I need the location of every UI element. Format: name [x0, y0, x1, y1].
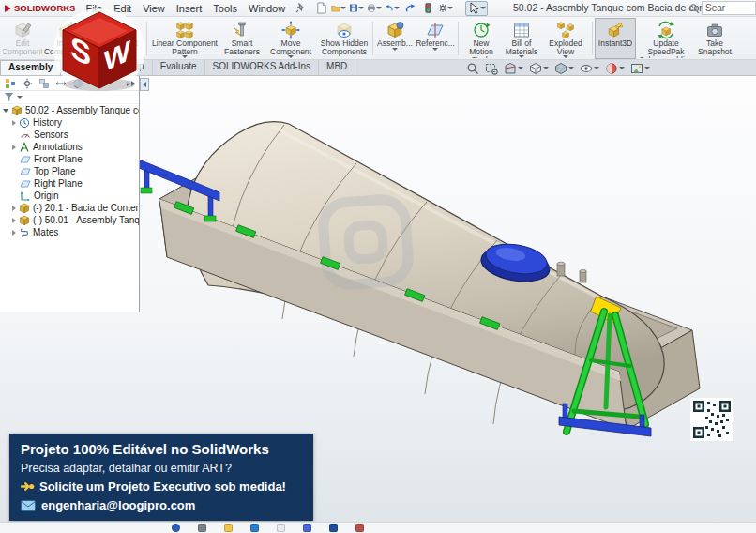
pointer-hand-icon	[21, 480, 35, 493]
menu-edit[interactable]: Edit	[108, 0, 137, 17]
ribbon-button-label: Assemb...	[377, 39, 413, 48]
menu-window[interactable]: Window	[243, 0, 291, 17]
undo-icon[interactable]	[385, 1, 400, 15]
taskbar-icon[interactable]	[329, 524, 338, 532]
panel-collapse-button[interactable]	[140, 78, 149, 91]
ribbon-instant3d-button[interactable]: Instant3D	[595, 18, 636, 59]
ribbon-bill-of-materials-button[interactable]: Bill of Materials	[502, 18, 541, 59]
tree-item-sensors[interactable]: Sensors	[0, 129, 139, 141]
propertymanager-tab-icon[interactable]	[21, 77, 33, 89]
pin-icon[interactable]	[295, 3, 306, 14]
taskbar-icon[interactable]	[224, 524, 233, 532]
taskbar-icon[interactable]	[277, 524, 285, 532]
search-area	[688, 1, 756, 15]
expander-icon[interactable]	[12, 206, 16, 211]
new-motion-study-icon	[471, 21, 491, 39]
expander-icon[interactable]	[3, 109, 8, 113]
dimxpertmanager-tab-icon[interactable]	[54, 77, 67, 89]
print-icon[interactable]	[367, 1, 382, 15]
tree-item-origin[interactable]: Origin	[0, 190, 139, 202]
chevron-down-icon	[519, 55, 524, 58]
manager-tab-strip	[0, 76, 139, 91]
banner-email: engenharia@loogipro.com	[41, 498, 195, 512]
tree-item-history[interactable]: History	[0, 116, 139, 129]
promo-banner: Projeto 100% Editável no SolidWorks Prec…	[9, 434, 313, 521]
select-cursor-tool[interactable]	[465, 1, 488, 16]
ribbon-button-label: Show Hidden Components	[319, 39, 370, 56]
ribbon-new-motion-study-button[interactable]: New Motion Study	[461, 18, 502, 59]
ribbon-insert-components-button[interactable]: Insert Components	[43, 18, 90, 59]
tree-item-bacia-component[interactable]: (-) 20.1 - Bacia de Contenção3<1	[0, 202, 139, 214]
ribbon-reference-geometry-button[interactable]: Referenc...	[415, 18, 456, 59]
tree-item-tanque-subassembly[interactable]: (-) 50.01 - Assembly Tanque Elips	[0, 214, 139, 226]
hide-show-items-icon[interactable]	[580, 62, 599, 75]
tab-assembly[interactable]: Assembly	[0, 60, 61, 75]
tab-markup[interactable]: Markup	[105, 60, 152, 75]
tab-layout[interactable]: Layout	[61, 60, 105, 75]
ribbon-component-preview-window-button[interactable]: Component Preview Window	[90, 18, 144, 59]
tab-mbd[interactable]: MBD	[319, 60, 355, 75]
ribbon-assembly-features-button[interactable]: Assemb...	[375, 18, 415, 59]
ribbon-show-hidden-components-button[interactable]: Show Hidden Components	[318, 18, 370, 59]
display-style-icon[interactable]	[554, 62, 574, 75]
options-gear-icon[interactable]	[438, 1, 453, 15]
apply-scene-icon[interactable]	[630, 62, 650, 75]
expander-icon[interactable]	[12, 218, 16, 223]
chevron-down-icon[interactable]	[17, 96, 23, 99]
qr-code	[690, 398, 733, 441]
expander-icon[interactable]	[12, 120, 16, 126]
zoom-area-icon[interactable]	[485, 62, 498, 75]
search-input[interactable]	[702, 1, 756, 15]
open-folder-icon[interactable]	[331, 1, 346, 15]
configurationmanager-tab-icon[interactable]	[38, 77, 50, 89]
zoom-fit-icon[interactable]	[466, 62, 479, 75]
redo-icon[interactable]	[402, 1, 417, 15]
ribbon-button-label: Component Preview Window	[91, 39, 144, 58]
tree-item-right-plane[interactable]: Right Plane	[0, 177, 139, 190]
taskbar-icon[interactable]	[355, 524, 364, 532]
save-icon[interactable]	[349, 1, 364, 15]
featuremanager-tab-icon[interactable]	[4, 77, 16, 89]
exploded-view-icon	[555, 21, 576, 39]
ribbon-take-snapshot-button[interactable]: Take Snapshot	[696, 18, 733, 59]
expander-icon[interactable]	[12, 230, 16, 236]
chevron-down-icon	[392, 48, 398, 51]
filter-funnel-icon[interactable]	[4, 92, 14, 102]
taskbar-icon[interactable]	[172, 524, 180, 532]
featuremanager-panel: 50.02 - Assembly Tanque com Bacia Histor…	[0, 76, 140, 312]
view-orientation-icon[interactable]	[529, 62, 549, 75]
expander-icon[interactable]	[12, 145, 16, 150]
search-icon	[688, 3, 700, 14]
ribbon-edit-component-button[interactable]: Edit Component	[2, 18, 43, 59]
ribbon-update-speedpak-button[interactable]: Update SpeedPak Subassemblies	[636, 18, 696, 59]
tree-item-front-plane[interactable]: Front Plane	[0, 153, 139, 165]
menu-tools[interactable]: Tools	[207, 0, 243, 17]
solidworks-brand: SOLIDWORKS	[0, 3, 80, 13]
edit-appearance-icon[interactable]	[605, 62, 625, 75]
tree-item-root-assembly[interactable]: 50.02 - Assembly Tanque com Bacia	[0, 104, 139, 116]
ribbon-smart-fasteners-button[interactable]: Smart Fasteners	[220, 18, 264, 59]
taskbar-icon[interactable]	[198, 524, 206, 532]
tab-solidworks-add-ins[interactable]: SOLIDWORKS Add-Ins	[205, 60, 319, 75]
menu-file[interactable]: File	[80, 0, 108, 17]
tree-item-top-plane[interactable]: Top Plane	[0, 165, 139, 177]
menu-view[interactable]: View	[137, 0, 171, 17]
ribbon-move-component-button[interactable]: Move Component	[264, 18, 318, 59]
tree-item-mates[interactable]: Mates	[0, 226, 139, 238]
section-view-icon[interactable]	[504, 62, 523, 75]
taskbar-icon[interactable]	[303, 524, 311, 532]
manager-tabs-overflow-icon[interactable]	[126, 81, 135, 86]
tab-evaluate[interactable]: Evaluate	[153, 60, 205, 75]
taskbar-icon[interactable]	[250, 524, 259, 532]
ribbon-exploded-view-button[interactable]: Exploded View	[541, 18, 590, 59]
menu-insert[interactable]: Insert	[171, 0, 208, 17]
assembly-icon	[11, 105, 23, 116]
tree-item-annotations[interactable]: Annotations	[0, 141, 139, 153]
new-document-icon[interactable]	[313, 1, 328, 15]
chevron-left-icon	[143, 82, 146, 87]
take-snapshot-icon	[704, 21, 725, 39]
rebuild-icon[interactable]	[420, 1, 435, 15]
ribbon-linear-component-pattern-button[interactable]: Linear Component Pattern	[149, 18, 220, 59]
displaymanager-tab-icon[interactable]	[71, 77, 83, 89]
solidworks-arrow-icon	[5, 5, 11, 12]
